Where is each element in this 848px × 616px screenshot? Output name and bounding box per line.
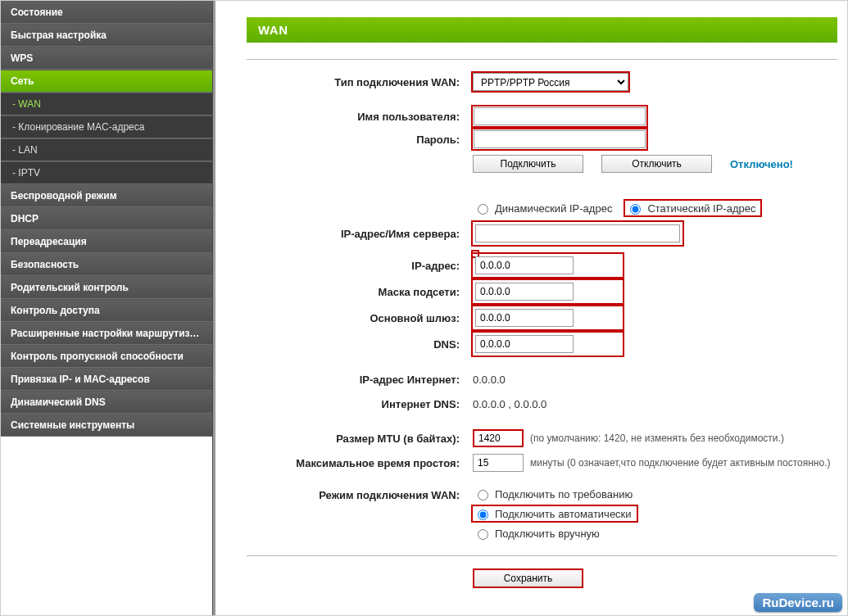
save-button[interactable]: Сохранить	[473, 568, 583, 588]
sidebar-item-ddns[interactable]: Динамический DNS	[1, 391, 212, 414]
dynamic-ip-radio-wrap[interactable]: Динамический IP-адрес	[473, 201, 617, 215]
idle-hint: минуты (0 означает,что подключение будет…	[530, 457, 831, 469]
connect-button[interactable]: Подключить	[473, 155, 583, 173]
sidebar-item-system-tools[interactable]: Системные инструменты	[1, 414, 212, 437]
conn-mode-auto-wrap[interactable]: Подключить автоматически	[473, 506, 637, 521]
internet-dns-value: 0.0.0.0 , 0.0.0.0	[473, 398, 546, 410]
idle-label: Максимальное время простоя:	[247, 457, 473, 469]
dns-label: DNS:	[247, 338, 473, 351]
sidebar-item-parental[interactable]: Родительский контроль	[1, 276, 212, 299]
internet-ip-label: IP-адрес Интернет:	[247, 374, 473, 386]
conn-mode-manual-label: Подключить вручную	[495, 528, 600, 540]
gateway-label: Основной шлюз:	[247, 312, 473, 324]
conn-mode-manual-wrap[interactable]: Подключить вручную	[473, 526, 605, 541]
sidebar-item-ip-mac-binding[interactable]: Привязка IP- и MAC-адресов	[1, 368, 212, 391]
mask-input[interactable]	[475, 283, 574, 301]
dns-input[interactable]	[475, 335, 574, 353]
conn-mode-manual-radio[interactable]	[478, 529, 488, 540]
password-input[interactable]	[474, 130, 646, 148]
conn-mode-auto-label: Подключить автоматически	[495, 508, 632, 520]
conn-mode-label: Режим подключения WAN:	[247, 487, 473, 501]
conn-mode-demand-radio[interactable]	[478, 490, 488, 500]
internet-dns-label: Интернет DNS:	[247, 398, 473, 410]
conn-mode-demand-wrap[interactable]: Подключить по требованию	[473, 487, 637, 501]
sidebar-subitem-wan[interactable]: - WAN	[1, 93, 212, 116]
server-input[interactable]	[475, 224, 680, 242]
internet-ip-value: 0.0.0.0	[473, 374, 506, 386]
sidebar-item-wps[interactable]: WPS	[1, 47, 212, 70]
page-title: WAN	[247, 17, 837, 43]
sidebar-item-wireless[interactable]: Беспроводной режим	[1, 184, 212, 207]
mtu-label: Размер MTU (в байтах):	[247, 433, 473, 445]
sidebar-item-security[interactable]: Безопасность	[1, 253, 212, 276]
ip-label: IP-адрес:	[247, 260, 473, 272]
static-ip-label: Статический IP-адрес	[647, 202, 755, 215]
conn-mode-demand-label: Подключить по требованию	[495, 488, 633, 500]
idle-input[interactable]	[473, 454, 524, 472]
ip-input[interactable]	[475, 256, 574, 274]
password-label: Пароль:	[247, 134, 473, 146]
mtu-hint: (по умолчанию: 1420, не изменять без нео…	[530, 433, 784, 444]
username-label: Имя пользователя:	[247, 111, 473, 123]
watermark-badge: RuDevice.ru	[754, 593, 842, 612]
connection-type-label: Тип подключения WAN:	[247, 76, 473, 88]
sidebar-item-network[interactable]: Сеть	[1, 70, 212, 93]
connection-type-select[interactable]: PPTP/PPTP Россия	[473, 73, 628, 91]
sidebar-item-quick-setup[interactable]: Быстрая настройка	[1, 24, 212, 47]
sidebar-item-forwarding[interactable]: Переадресация	[1, 230, 212, 253]
static-ip-radio[interactable]	[630, 204, 641, 215]
sidebar-item-advanced-routing[interactable]: Расширенные настройки маршрутизации	[1, 322, 212, 345]
connection-status: Отключено!	[730, 158, 793, 170]
sidebar-item-access-control[interactable]: Контроль доступа	[1, 299, 212, 322]
static-ip-radio-wrap[interactable]: Статический IP-адрес	[625, 201, 760, 215]
sidebar-subitem-mac-clone[interactable]: - Клонирование MAC-адреса	[1, 116, 212, 138]
sidebar: Состояние Быстрая настройка WPS Сеть - W…	[1, 1, 213, 615]
server-label: IP-адрес/Имя сервера:	[247, 228, 473, 240]
sidebar-subitem-iptv[interactable]: - IPTV	[1, 161, 212, 184]
username-input[interactable]	[474, 107, 646, 125]
sidebar-subitem-lan[interactable]: - LAN	[1, 138, 212, 161]
sidebar-item-bandwidth[interactable]: Контроль пропускной способности	[1, 345, 212, 368]
dynamic-ip-label: Динамический IP-адрес	[495, 202, 612, 215]
sidebar-item-dhcp[interactable]: DHCP	[1, 207, 212, 230]
content-area: WAN Тип подключения WAN: PPTP/PPTP Росси…	[227, 1, 847, 615]
mtu-input[interactable]	[473, 429, 524, 447]
dynamic-ip-radio[interactable]	[478, 204, 488, 215]
disconnect-button[interactable]: Отключить	[601, 155, 712, 173]
gateway-input[interactable]	[475, 309, 574, 327]
conn-mode-auto-radio[interactable]	[478, 510, 488, 520]
sidebar-item-status[interactable]: Состояние	[1, 1, 212, 24]
mask-label: Маска подсети:	[247, 286, 473, 298]
